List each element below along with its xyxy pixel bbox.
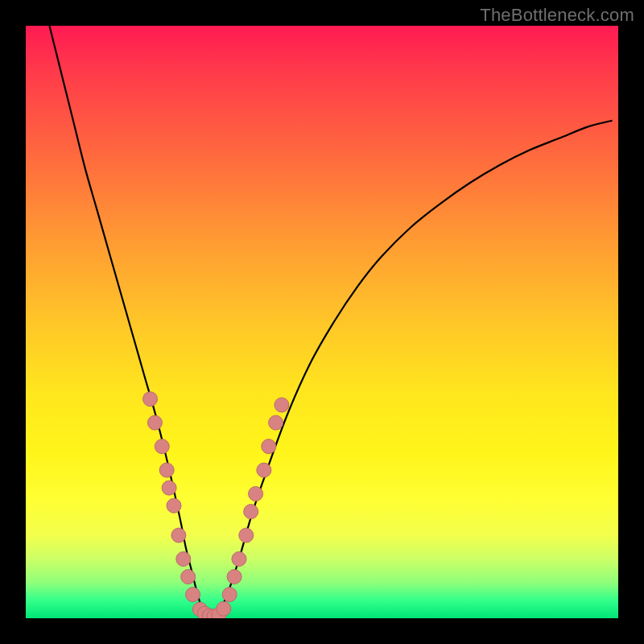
marker-dot bbox=[167, 498, 181, 513]
curve-svg bbox=[26, 26, 618, 618]
chart-frame: TheBottleneck.com bbox=[0, 0, 644, 644]
marker-dot bbox=[222, 588, 237, 602]
marker-dot bbox=[147, 415, 162, 430]
marker-dot bbox=[181, 569, 196, 584]
marker-dot bbox=[162, 481, 176, 495]
marker-dot bbox=[239, 528, 254, 543]
marker-dot bbox=[262, 440, 276, 454]
marker-dot bbox=[217, 601, 231, 616]
marker-dot bbox=[257, 463, 271, 477]
marker-dot bbox=[232, 551, 246, 566]
watermark-text: TheBottleneck.com bbox=[480, 5, 634, 26]
marker-dot bbox=[244, 505, 258, 519]
marker-dot bbox=[275, 398, 289, 412]
marker-dot bbox=[186, 588, 200, 602]
marker-dot bbox=[176, 551, 191, 566]
bottleneck-curve bbox=[49, 26, 612, 618]
marker-dot bbox=[269, 415, 283, 430]
marker-dot bbox=[155, 440, 169, 454]
curve-markers bbox=[143, 392, 289, 618]
plot-area bbox=[26, 26, 618, 618]
marker-dot bbox=[143, 392, 158, 407]
marker-dot bbox=[171, 528, 186, 543]
marker-dot bbox=[159, 463, 174, 477]
marker-dot bbox=[227, 569, 242, 584]
marker-dot bbox=[249, 486, 263, 501]
